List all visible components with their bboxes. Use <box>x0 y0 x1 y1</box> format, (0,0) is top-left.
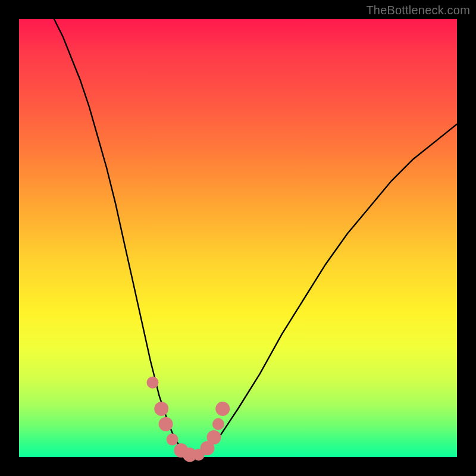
bottleneck-curve <box>54 19 457 455</box>
watermark-text: TheBottleneck.com <box>366 4 470 17</box>
curve-marker <box>212 418 224 430</box>
curve-marker <box>154 402 168 416</box>
curve-marker <box>167 434 178 446</box>
plot-area <box>19 19 457 457</box>
curve-marker <box>207 430 221 444</box>
chart-frame: TheBottleneck.com <box>0 0 476 476</box>
curve-marker <box>215 402 230 416</box>
curve-markers <box>147 377 230 462</box>
bottleneck-curve-svg <box>19 19 457 457</box>
curve-marker <box>147 377 159 389</box>
curve-marker <box>159 417 173 431</box>
